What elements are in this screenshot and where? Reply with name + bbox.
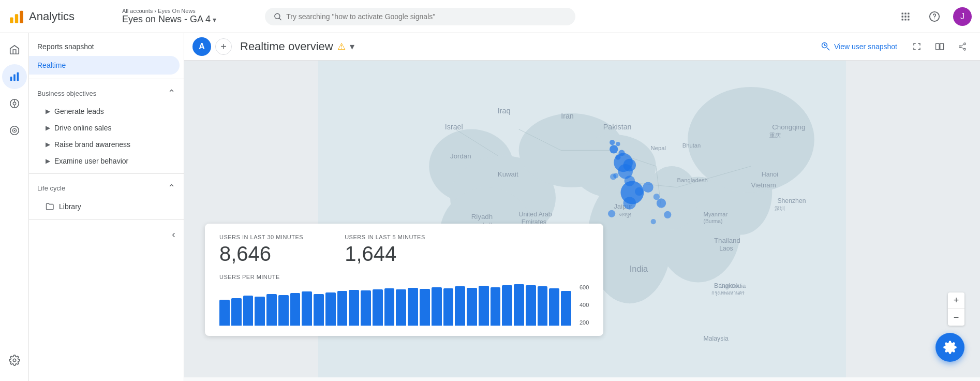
- chart-bar: [243, 296, 254, 326]
- svg-point-31: [964, 48, 966, 50]
- sidebar-item-generate-leads[interactable]: ▶ Generate leads: [29, 103, 184, 120]
- share-icon: [958, 42, 967, 51]
- compare-icon: [935, 42, 944, 51]
- svg-point-14: [934, 18, 934, 19]
- chart-bar: [455, 286, 465, 326]
- chart-bar: [491, 287, 501, 326]
- fullscreen-button[interactable]: [908, 37, 926, 56]
- map-container: Israel Iraq Iran Jordan Kuwait Riyadh ال…: [184, 61, 980, 377]
- main-content: A + Realtime overview ⚠ ▾ View user snap…: [184, 33, 980, 381]
- arrow-icon: ▶: [46, 124, 50, 131]
- chart-bar: [467, 288, 477, 326]
- chart-bar: [373, 289, 383, 326]
- breadcrumb-area: All accounts › Eyes On News Eyes on News…: [122, 8, 257, 25]
- chart-bar: [502, 285, 512, 326]
- left-sidebar: Reports snapshot Realtime Business objec…: [29, 33, 184, 381]
- fullscreen-icon: [912, 42, 922, 51]
- svg-rect-7: [902, 16, 903, 17]
- breadcrumb-chevron-icon: ▾: [213, 16, 216, 24]
- svg-text:Iran: Iran: [561, 112, 574, 120]
- breadcrumb-main[interactable]: Eyes on News - GA 4 ▾: [122, 14, 257, 25]
- bar-chart: [219, 284, 571, 326]
- svg-point-93: [635, 187, 643, 196]
- arrow-icon: ▶: [46, 157, 50, 165]
- sidebar-reports-button[interactable]: [2, 64, 27, 89]
- sidebar-collapse-icon: ‹: [172, 228, 175, 240]
- svg-text:Bhutan: Bhutan: [682, 142, 701, 149]
- settings-button[interactable]: [2, 348, 27, 373]
- svg-text:Thailand: Thailand: [714, 237, 740, 244]
- users-5min-stat: USERS IN LAST 5 MINUTES 1,644: [345, 234, 425, 266]
- svg-rect-15: [10, 77, 12, 81]
- report-dropdown-button[interactable]: ▾: [350, 41, 354, 52]
- svg-text:Vietnam: Vietnam: [751, 181, 776, 189]
- search-input[interactable]: [286, 12, 567, 21]
- tab-a[interactable]: A: [192, 37, 211, 56]
- sidebar-divider-2: [29, 173, 184, 174]
- sidebar-advertising-button[interactable]: [2, 118, 27, 143]
- svg-rect-2: [20, 10, 23, 23]
- sidebar-item-library[interactable]: Library: [29, 198, 184, 215]
- svg-rect-28: [940, 43, 944, 50]
- report-title-text: Realtime overview: [240, 40, 333, 53]
- users-5min-label: USERS IN LAST 5 MINUTES: [345, 234, 425, 240]
- svg-point-95: [654, 194, 660, 200]
- svg-text:India: India: [630, 264, 648, 273]
- sidebar-item-drive-online-sales[interactable]: ▶ Drive online sales: [29, 120, 184, 136]
- users-5min-value: 1,644: [345, 242, 425, 266]
- svg-rect-5: [904, 12, 906, 14]
- chart-bar: [337, 291, 348, 326]
- chart-bar: [349, 290, 359, 326]
- chart-bar: [538, 286, 548, 326]
- apps-button[interactable]: [895, 6, 916, 27]
- svg-text:Chongqing: Chongqing: [772, 123, 805, 131]
- help-button[interactable]: [924, 6, 945, 27]
- svg-rect-10: [902, 19, 903, 20]
- sidebar-item-examine-user-behavior[interactable]: ▶ Examine user behavior: [29, 153, 184, 169]
- settings-area: [2, 348, 27, 373]
- sidebar-explore-button[interactable]: [2, 91, 27, 116]
- lifecycle-header[interactable]: Life cycle ⌃: [29, 178, 184, 198]
- svg-point-19: [13, 102, 16, 105]
- share-button[interactable]: [953, 37, 972, 56]
- sidebar-collapse-button[interactable]: ‹: [29, 224, 184, 244]
- sidebar-item-realtime[interactable]: Realtime: [29, 56, 180, 75]
- compare-button[interactable]: [930, 37, 949, 56]
- chart-bar: [396, 289, 406, 326]
- nav-right: J: [895, 6, 972, 27]
- sidebar-home-button[interactable]: [2, 37, 27, 62]
- users-30min-label: USERS IN LAST 30 MINUTES: [219, 234, 303, 240]
- chart-bar: [443, 288, 454, 326]
- settings-fab-button[interactable]: [936, 333, 964, 362]
- svg-point-99: [623, 159, 636, 171]
- svg-point-85: [610, 145, 618, 153]
- zoom-in-button[interactable]: +: [948, 292, 964, 309]
- user-avatar[interactable]: J: [953, 7, 972, 26]
- content-header: A + Realtime overview ⚠ ▾ View user snap…: [184, 33, 980, 61]
- business-objectives-header[interactable]: Business objectives ⌃: [29, 83, 184, 103]
- search-bar[interactable]: [265, 8, 575, 25]
- svg-rect-8: [904, 16, 906, 17]
- chart-bar: [314, 294, 324, 326]
- top-navigation: Analytics All accounts › Eyes On News Ey…: [0, 0, 980, 33]
- warning-icon: ⚠: [337, 41, 346, 52]
- chart-bar: [278, 295, 289, 326]
- chart-bar: [266, 294, 277, 326]
- chart-bar: [549, 288, 559, 326]
- svg-text:Nepal: Nepal: [651, 145, 666, 151]
- drive-online-sales-label: Drive online sales: [54, 124, 112, 132]
- svg-text:जयपुर: जयपुर: [618, 211, 631, 218]
- analytics-title: Analytics: [29, 10, 75, 23]
- add-tab-button[interactable]: +: [215, 38, 232, 55]
- raise-brand-awareness-label: Raise brand awareness: [54, 140, 130, 149]
- svg-text:Bangladesh: Bangladesh: [677, 177, 708, 183]
- chart-bar: [408, 288, 418, 326]
- zoom-out-button[interactable]: −: [948, 309, 964, 326]
- chart-bar: [526, 285, 536, 326]
- sidebar-item-raise-brand-awareness[interactable]: ▶ Raise brand awareness: [29, 136, 184, 153]
- view-snapshot-button[interactable]: View user snapshot: [814, 38, 903, 55]
- sidebar-item-snapshot[interactable]: Reports snapshot: [29, 37, 180, 56]
- svg-rect-1: [15, 14, 18, 23]
- logo-area: Analytics: [8, 8, 112, 25]
- snapshot-label: Reports snapshot: [37, 42, 94, 51]
